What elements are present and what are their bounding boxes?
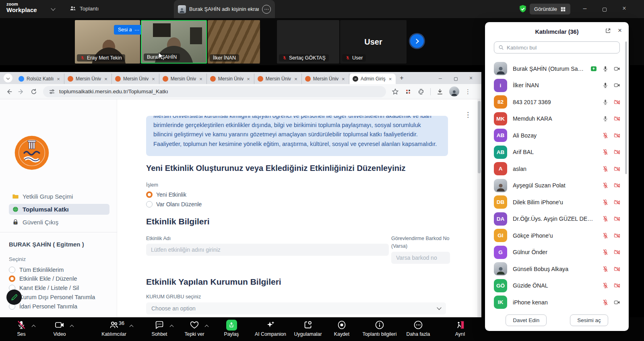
invite-button[interactable]: Davet Edin xyxy=(506,314,547,326)
tab-search-icon[interactable] xyxy=(4,74,12,82)
radio-idari-personel[interactable]: İdari Personel Tanımla xyxy=(9,303,77,310)
extensions-puzzle-icon[interactable] xyxy=(417,88,425,95)
chevron-down-icon[interactable] xyxy=(51,6,55,10)
video-tile[interactable]: Sertaç GÖKTAŞ xyxy=(277,20,339,64)
mic-on-icon[interactable] xyxy=(602,115,609,122)
close-tab-icon[interactable]: × xyxy=(56,76,61,82)
close-icon[interactable]: × xyxy=(618,5,630,12)
browser-tab[interactable]: Mersin Üniv× xyxy=(302,74,349,84)
participants-button[interactable]: 36 Katılımcılar xyxy=(90,320,138,337)
participant-row[interactable]: 82 843 2017 3369 xyxy=(485,94,626,111)
next-page-arrow-button[interactable] xyxy=(410,34,424,48)
video-tile-active-speaker[interactable]: Burak ŞAHİN xyxy=(141,20,207,64)
close-tab-icon[interactable]: × xyxy=(293,76,298,82)
radio-tum-etkinliklerim[interactable]: Tüm Etkinliklerim xyxy=(9,267,64,273)
camera-off-icon[interactable] xyxy=(614,282,620,289)
site-settings-icon[interactable] xyxy=(48,88,56,95)
camera-off-icon[interactable] xyxy=(614,232,620,239)
search-input[interactable] xyxy=(507,45,615,51)
chevron-up-icon[interactable] xyxy=(32,325,36,329)
tab-meeting[interactable]: Toplantı xyxy=(69,5,99,12)
mic-off-icon[interactable] xyxy=(602,282,609,289)
close-tab-icon[interactable]: × xyxy=(151,76,156,82)
radio-kanit-ekle[interactable]: Kanıt Ekle / Listele / Sil xyxy=(9,285,79,291)
browser-tab[interactable]: Mersin Üniv× xyxy=(112,74,159,84)
extension-badge-icon[interactable] xyxy=(405,88,412,95)
participant-row[interactable]: GI Gökçe iPhone'u xyxy=(485,227,626,244)
back-icon[interactable] xyxy=(5,88,12,95)
camera-on-icon[interactable] xyxy=(614,66,620,72)
camera-off-icon[interactable] xyxy=(614,249,620,255)
close-tab-icon[interactable]: × xyxy=(246,76,251,82)
chevron-up-icon[interactable] xyxy=(130,325,134,329)
participant-row[interactable]: AB Arif BAL xyxy=(485,144,626,161)
participant-row[interactable]: Ayşegül Suzan Polat xyxy=(485,177,626,194)
radio-yeni-etkinlik[interactable]: Yeni Etkinlik xyxy=(146,191,186,198)
camera-off-icon[interactable] xyxy=(614,182,620,189)
sidebar-item-toplumsal-katki[interactable]: Toplumsal Katkı xyxy=(9,204,109,215)
radio-var-olani-duzenle[interactable]: Var Olanı Düzenle xyxy=(146,201,202,207)
browser-tab[interactable]: Mersin Üniv× xyxy=(207,74,254,84)
profile-avatar[interactable] xyxy=(449,86,459,97)
mic-off-icon[interactable] xyxy=(602,132,609,139)
panel-scrollbar-thumb[interactable] xyxy=(625,41,627,174)
camera-off-icon[interactable] xyxy=(614,115,620,122)
participant-row[interactable]: A aslan xyxy=(485,160,626,177)
new-tab-icon[interactable]: + xyxy=(396,74,407,82)
tab-shared-screen[interactable]: Burak ŞAHİN adlı kişinin ekranı ⋯ xyxy=(174,0,275,18)
camera-off-icon[interactable] xyxy=(614,216,620,222)
camera-off-icon[interactable] xyxy=(614,199,620,205)
participant-search[interactable] xyxy=(494,41,620,53)
camera-off-icon[interactable] xyxy=(614,166,620,172)
browser-tab[interactable]: Mersin Üniv× xyxy=(254,74,302,84)
camera-off-icon[interactable] xyxy=(614,99,620,105)
close-tab-icon[interactable]: × xyxy=(341,76,346,82)
address-bar[interactable]: toplumsalkatki.mersin.edu.tr/Toplumsal_K… xyxy=(43,86,386,97)
close-tab-icon[interactable]: × xyxy=(103,76,108,82)
participant-row[interactable]: i İlker İNAN xyxy=(485,77,626,94)
close-panel-icon[interactable]: × xyxy=(618,27,622,35)
mic-off-icon[interactable] xyxy=(602,182,609,189)
close-icon[interactable]: × xyxy=(469,75,473,81)
more-button[interactable]: Daha fazla xyxy=(394,320,442,337)
view-button[interactable]: Görüntüle xyxy=(530,4,570,14)
browser-tab[interactable]: Mersin Üniv× xyxy=(64,74,112,84)
bookmark-star-icon[interactable] xyxy=(392,88,399,95)
scrollbar-thumb[interactable] xyxy=(478,101,481,173)
sidebar-item-yetkili-grup[interactable]: Yetkili Grup Seçimi xyxy=(9,191,109,202)
mic-off-icon[interactable] xyxy=(602,249,609,255)
chevron-up-icon[interactable] xyxy=(70,325,74,329)
reload-icon[interactable] xyxy=(30,88,37,95)
browser-tab-active[interactable]: Admin Giriş × xyxy=(349,74,396,84)
unmute-self-button[interactable]: Sesimi aç xyxy=(570,314,608,326)
close-tab-icon[interactable]: × xyxy=(388,76,393,82)
mic-off-icon[interactable] xyxy=(602,216,609,222)
page-menu-kebab-icon[interactable]: ⋮ xyxy=(464,111,471,119)
popout-icon[interactable] xyxy=(605,28,611,35)
restore-icon[interactable] xyxy=(599,6,611,13)
radio-etkinlik-ekle-duzenle[interactable]: Etkinlik Ekle / Düzenle xyxy=(9,275,77,282)
mic-off-icon[interactable] xyxy=(602,166,609,172)
participant-row[interactable]: AB Ali Bozay xyxy=(485,127,626,144)
camera-off-icon[interactable] xyxy=(614,132,620,139)
mic-on-icon[interactable] xyxy=(602,82,609,88)
restore-icon[interactable] xyxy=(454,76,458,82)
camera-on-icon[interactable] xyxy=(614,82,620,88)
participant-row[interactable]: Burak ŞAHİN (Oturum Sahibi) xyxy=(485,60,626,77)
participant-row[interactable]: DB Dilek Bilim iPhone'u xyxy=(485,194,626,211)
mic-off-icon[interactable] xyxy=(602,299,609,306)
participant-row[interactable]: MK Memduh KARA xyxy=(485,111,626,127)
camera-off-icon[interactable] xyxy=(614,149,620,155)
camera-on-icon[interactable] xyxy=(614,299,620,306)
etkinlik-adi-input[interactable] xyxy=(146,244,389,256)
camera-off-icon[interactable] xyxy=(614,266,620,272)
mic-on-icon[interactable] xyxy=(602,99,609,105)
annotation-pencil-button[interactable] xyxy=(6,290,22,305)
browser-tab[interactable]: Rolsüz Katılı × xyxy=(15,74,64,84)
download-icon[interactable] xyxy=(436,88,444,95)
mic-off-icon[interactable] xyxy=(602,149,609,155)
kurum-grubu-select[interactable]: Choose an option xyxy=(146,302,446,314)
video-tile-no-video[interactable]: User User xyxy=(340,20,407,64)
participant-row[interactable]: Günseli Bobuş Alkaya xyxy=(485,261,626,277)
radio-kurum-disi-personel[interactable]: Kurum Dışı Personel Tanımla xyxy=(9,294,95,300)
